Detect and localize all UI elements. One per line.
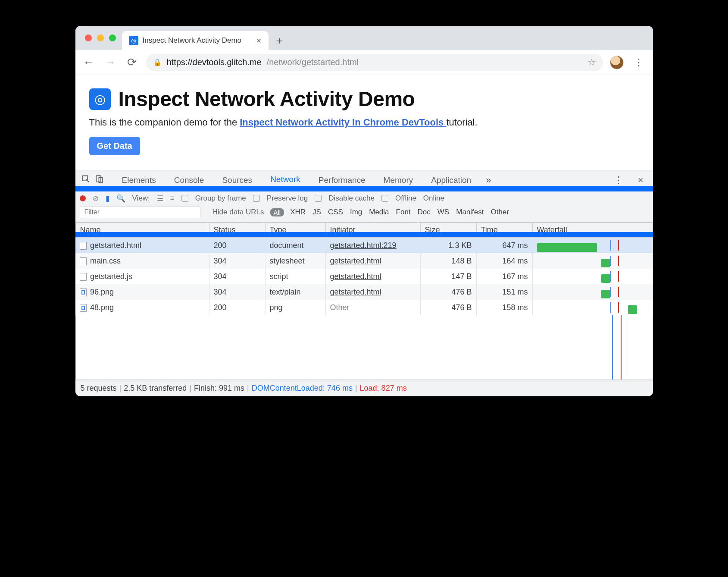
forward-button[interactable]: → bbox=[103, 56, 118, 69]
filter-all-pill[interactable]: All bbox=[270, 208, 284, 216]
row-time: 164 ms bbox=[476, 253, 532, 269]
row-status: 304 bbox=[209, 269, 265, 284]
row-status: 200 bbox=[209, 300, 265, 315]
row-time: 151 ms bbox=[476, 284, 532, 300]
initiator-link[interactable]: getstarted.html bbox=[330, 257, 381, 265]
lock-icon: 🔒 bbox=[153, 58, 162, 66]
minimize-window-icon[interactable] bbox=[97, 34, 104, 41]
device-toggle-icon[interactable] bbox=[95, 175, 104, 185]
devtools-tab-network[interactable]: Network bbox=[262, 170, 308, 190]
tutorial-link[interactable]: Inspect Network Activity In Chrome DevTo… bbox=[240, 117, 446, 128]
tab-title: Inspect Network Activity Demo bbox=[143, 36, 242, 45]
new-tab-button[interactable]: + bbox=[269, 31, 291, 50]
devtools-tab-console[interactable]: Console bbox=[166, 170, 212, 190]
initiator-link[interactable]: getstarted.html bbox=[330, 272, 381, 281]
chrome-menu-icon[interactable]: ⋮ bbox=[631, 57, 647, 68]
preserve-log-checkbox[interactable] bbox=[253, 195, 260, 202]
filter-type-xhr[interactable]: XHR bbox=[290, 208, 306, 216]
row-name: main.css bbox=[90, 257, 121, 265]
small-rows-icon[interactable]: ≡ bbox=[170, 194, 175, 203]
row-size: 148 B bbox=[420, 253, 476, 269]
offline-checkbox[interactable] bbox=[381, 195, 388, 202]
online-label: Online bbox=[423, 194, 444, 203]
row-waterfall bbox=[532, 253, 653, 269]
filter-type-manifest[interactable]: Manifest bbox=[456, 208, 484, 216]
row-time: 167 ms bbox=[476, 269, 532, 284]
devtools-tab-elements[interactable]: Elements bbox=[114, 170, 164, 190]
devtools-close-icon[interactable]: × bbox=[630, 175, 647, 186]
network-summary: 5 requests | 2.5 KB transferred | Finish… bbox=[75, 380, 653, 396]
row-status: 304 bbox=[209, 253, 265, 269]
devtools-menu-icon[interactable]: ⋮ bbox=[609, 175, 628, 186]
network-toolbar-area: ⊘ ▮ 🔍 View: ☰ ≡ Group by frame Preserve … bbox=[75, 190, 653, 380]
close-window-icon[interactable] bbox=[85, 34, 92, 41]
group-by-frame-checkbox[interactable] bbox=[181, 195, 188, 202]
favicon-icon: ◎ bbox=[129, 36, 138, 45]
search-icon[interactable]: 🔍 bbox=[116, 194, 125, 203]
summary-dcl: DOMContentLoaded: 746 ms bbox=[252, 384, 353, 393]
reload-button[interactable]: ⟳ bbox=[125, 56, 139, 69]
row-type: script bbox=[265, 269, 325, 284]
filter-type-js[interactable]: JS bbox=[312, 208, 321, 216]
filter-type-other[interactable]: Other bbox=[491, 208, 509, 216]
initiator-link[interactable]: getstarted.html bbox=[330, 288, 381, 296]
filter-type-font[interactable]: Font bbox=[396, 208, 411, 216]
address-bar[interactable]: 🔒 https://devtools.glitch.me/network/get… bbox=[146, 54, 603, 71]
back-button[interactable]: ← bbox=[81, 56, 96, 69]
row-time: 647 ms bbox=[476, 238, 532, 254]
devtools-tab-performance[interactable]: Performance bbox=[311, 170, 373, 190]
column-name[interactable]: Name bbox=[75, 223, 209, 238]
row-status: 200 bbox=[209, 238, 265, 254]
disable-cache-checkbox[interactable] bbox=[315, 195, 322, 202]
table-row[interactable]: 96.png304text/plaingetstarted.html476 B1… bbox=[75, 284, 653, 300]
browser-tab[interactable]: ◎ Inspect Network Activity Demo × bbox=[122, 31, 269, 50]
filter-toggle-icon[interactable]: ▮ bbox=[106, 194, 109, 203]
column-time[interactable]: Time bbox=[476, 223, 532, 238]
row-size: 476 B bbox=[420, 284, 476, 300]
devtools-tab-memory[interactable]: Memory bbox=[376, 170, 421, 190]
filter-input[interactable] bbox=[80, 206, 200, 218]
close-tab-icon[interactable]: × bbox=[256, 36, 262, 46]
table-row[interactable]: getstarted.js304scriptgetstarted.html147… bbox=[75, 269, 653, 284]
table-row[interactable]: main.css304stylesheetgetstarted.html148 … bbox=[75, 253, 653, 269]
file-icon bbox=[80, 242, 87, 250]
tab-strip: ◎ Inspect Network Activity Demo × + bbox=[75, 26, 653, 50]
devtools-overflow-icon[interactable]: » bbox=[481, 175, 495, 186]
row-size: 147 B bbox=[420, 269, 476, 284]
column-initiator[interactable]: Initiator bbox=[325, 223, 420, 238]
table-row[interactable]: 48.png200pngOther476 B158 ms bbox=[75, 300, 653, 315]
initiator-link[interactable]: getstarted.html:219 bbox=[330, 241, 397, 250]
filter-type-doc[interactable]: Doc bbox=[418, 208, 431, 216]
maximize-window-icon[interactable] bbox=[109, 34, 116, 41]
filter-type-css[interactable]: CSS bbox=[328, 208, 343, 216]
table-row[interactable]: getstarted.html200documentgetstarted.htm… bbox=[75, 238, 653, 254]
row-waterfall bbox=[532, 284, 653, 300]
inspect-icon[interactable] bbox=[81, 175, 90, 185]
summary-requests: 5 requests bbox=[81, 384, 117, 393]
column-size[interactable]: Size bbox=[420, 223, 476, 238]
group-by-frame-label: Group by frame bbox=[195, 194, 246, 203]
file-icon bbox=[80, 304, 87, 312]
devtools-tab-sources[interactable]: Sources bbox=[214, 170, 260, 190]
column-status[interactable]: Status bbox=[209, 223, 265, 238]
record-icon[interactable] bbox=[80, 195, 86, 201]
row-waterfall bbox=[532, 300, 653, 315]
get-data-button[interactable]: Get Data bbox=[89, 137, 140, 155]
column-waterfall[interactable]: Waterfall bbox=[532, 223, 653, 238]
devtools-tab-application[interactable]: Application bbox=[423, 170, 479, 190]
row-type: text/plain bbox=[265, 284, 325, 300]
row-waterfall bbox=[532, 238, 653, 254]
clear-icon[interactable]: ⊘ bbox=[93, 194, 99, 203]
file-icon bbox=[80, 257, 87, 265]
column-type[interactable]: Type bbox=[265, 223, 325, 238]
para-text-after: tutorial. bbox=[446, 117, 477, 128]
profile-avatar[interactable] bbox=[610, 56, 624, 69]
filter-type-ws[interactable]: WS bbox=[437, 208, 449, 216]
large-rows-icon[interactable]: ☰ bbox=[157, 194, 163, 203]
filter-type-img[interactable]: Img bbox=[350, 208, 362, 216]
disable-cache-label: Disable cache bbox=[328, 194, 375, 203]
url-path: /network/getstarted.html bbox=[267, 57, 359, 67]
bookmark-icon[interactable]: ☆ bbox=[587, 57, 596, 68]
network-toolbar: ⊘ ▮ 🔍 View: ☰ ≡ Group by frame Preserve … bbox=[75, 190, 653, 223]
filter-type-media[interactable]: Media bbox=[369, 208, 389, 216]
